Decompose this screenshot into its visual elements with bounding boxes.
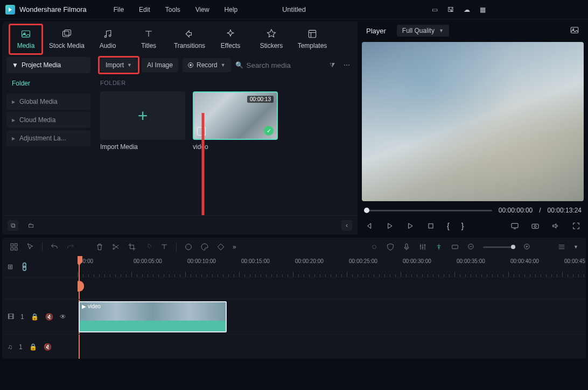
eye-icon[interactable]: 👁 (60, 313, 66, 321)
play-forward-icon[interactable] (406, 222, 415, 230)
more-tools-icon[interactable]: » (233, 243, 236, 251)
display-icon[interactable] (510, 222, 519, 230)
grid-apps-icon[interactable]: ▦ (480, 6, 486, 13)
record-button[interactable]: Record ▼ (183, 58, 231, 72)
layout-icon[interactable] (10, 243, 18, 251)
preview-panel: Player Full Quality ▼ 00:00:00:00 / 00:0… (360, 19, 588, 235)
new-folder-icon[interactable]: ⧉ (8, 220, 18, 231)
play-small-icon: ▶ (82, 303, 86, 309)
menu-tools[interactable]: Tools (165, 6, 180, 13)
quality-dropdown[interactable]: Full Quality ▼ (397, 25, 449, 37)
tab-templates[interactable]: Templates (292, 25, 333, 54)
palette-icon[interactable] (200, 243, 209, 251)
svg-rect-15 (11, 244, 13, 246)
ruler-label: 00:00:20:00 (295, 258, 324, 264)
sidebar-project-media[interactable]: ▼ Project Media (6, 57, 90, 73)
tab-audio[interactable]: Audio (87, 25, 128, 54)
mute-icon[interactable]: 🔇 (45, 313, 53, 321)
collapse-icon[interactable]: ‹ (341, 220, 352, 231)
save-icon[interactable]: 🖫 (447, 6, 454, 13)
delete-icon[interactable] (95, 243, 104, 251)
play-icon[interactable] (386, 222, 394, 230)
triangle-right-icon: ▶ (12, 118, 15, 123)
marker-icon[interactable] (435, 243, 443, 251)
text-icon[interactable] (160, 243, 169, 251)
sidebar-cloud-media[interactable]: ▶ Cloud Media (6, 112, 90, 128)
volume-icon[interactable] (551, 222, 560, 230)
speed-icon[interactable] (144, 243, 152, 251)
menu-file[interactable]: File (114, 6, 124, 13)
prev-frame-icon[interactable] (365, 222, 374, 230)
split-icon[interactable] (111, 243, 120, 251)
audio-track-header[interactable]: ♫ 1 🔒 🔇 (2, 334, 78, 359)
svg-point-21 (186, 244, 192, 250)
ruler-label: 00:00:30:00 (403, 258, 431, 264)
player-tab[interactable]: Player (366, 27, 386, 35)
import-media-tile[interactable]: + (100, 91, 185, 140)
time-ruler[interactable]: 00:0000:00:05:0000:00:10:0000:00:15:0000… (78, 256, 586, 278)
redo-icon[interactable] (66, 243, 75, 251)
link-icon[interactable]: 🔗 (19, 261, 30, 272)
preview-canvas[interactable] (362, 42, 584, 201)
lock-icon[interactable]: 🔒 (31, 313, 39, 321)
timeline-tracks[interactable]: 00:0000:00:05:0000:00:10:0000:00:15:0000… (78, 256, 586, 359)
mixer-icon[interactable] (418, 243, 427, 251)
svg-rect-22 (218, 244, 223, 250)
shield-icon[interactable] (386, 243, 395, 251)
preview-scrubber[interactable] (364, 210, 492, 211)
filter-icon[interactable]: ⧩ (327, 59, 337, 71)
titlebar-right-icons: ▭ 🖫 ☁ ▦ (432, 6, 583, 13)
chevron-down-icon: ▼ (573, 244, 578, 250)
menu-help[interactable]: Help (225, 6, 238, 13)
camera-icon[interactable] (531, 222, 540, 230)
menu-view[interactable]: View (195, 6, 209, 13)
menu-edit[interactable]: Edit (139, 6, 150, 13)
tab-stock-media[interactable]: Stock Media (46, 25, 87, 54)
svg-point-5 (109, 35, 111, 37)
tab-media[interactable]: Media (5, 25, 46, 54)
timeline-clip[interactable]: ▶video (79, 301, 227, 332)
video-track-header[interactable]: 🎞 1 🔒 🔇 👁 (2, 299, 78, 334)
keyframe-icon[interactable] (216, 243, 225, 251)
sidebar-folder[interactable]: Folder (6, 75, 90, 91)
more-icon[interactable]: ⋯ (341, 59, 352, 71)
fullscreen-icon[interactable] (572, 222, 580, 230)
tab-transitions[interactable]: Transitions (169, 25, 210, 54)
lock-icon[interactable]: 🔒 (29, 343, 37, 351)
stop-icon[interactable] (426, 222, 435, 230)
render-icon[interactable] (451, 243, 459, 251)
video-track-row[interactable]: ▶video (78, 299, 586, 334)
video-clip-tile[interactable]: 00:00:13 ✓ (193, 91, 278, 140)
zoom-in-icon[interactable] (523, 243, 531, 251)
mic-icon[interactable] (402, 243, 411, 251)
snapshot-icon[interactable] (570, 25, 579, 37)
audio-track-row[interactable] (78, 334, 586, 359)
zoom-out-icon[interactable] (467, 243, 475, 251)
track-view-icon[interactable] (557, 243, 566, 251)
search-input[interactable] (247, 61, 300, 69)
target-icon[interactable] (370, 243, 379, 251)
add-track-icon[interactable]: ⊞ (8, 263, 13, 271)
svg-rect-0 (22, 31, 30, 37)
sidebar-adjustment-layer[interactable]: ▶ Adjustment La... (6, 130, 90, 146)
sidebar-global-media[interactable]: ▶ Global Media (6, 94, 90, 110)
device-icon[interactable]: ▭ (432, 6, 438, 13)
svg-rect-24 (405, 244, 408, 248)
color-icon[interactable] (184, 243, 193, 251)
cloud-upload-icon[interactable]: ☁ (464, 6, 470, 13)
mark-in-icon[interactable]: { (447, 222, 450, 230)
zoom-slider[interactable] (483, 246, 515, 248)
mute-icon[interactable]: 🔇 (44, 343, 52, 351)
tab-stickers[interactable]: Stickers (251, 25, 292, 54)
crop-icon[interactable] (128, 243, 136, 251)
tab-titles[interactable]: Titles (128, 25, 169, 54)
undo-icon[interactable] (50, 243, 59, 251)
folder-icon[interactable]: 🗀 (26, 220, 37, 231)
cursor-icon[interactable] (26, 243, 34, 251)
ai-image-button[interactable]: AI Image (142, 58, 178, 72)
mark-out-icon[interactable]: } (461, 222, 464, 230)
tab-effects[interactable]: Effects (210, 25, 251, 54)
timecode-sep: / (539, 207, 541, 214)
import-button[interactable]: Import ▼ (100, 58, 137, 72)
templates-icon (306, 28, 318, 40)
